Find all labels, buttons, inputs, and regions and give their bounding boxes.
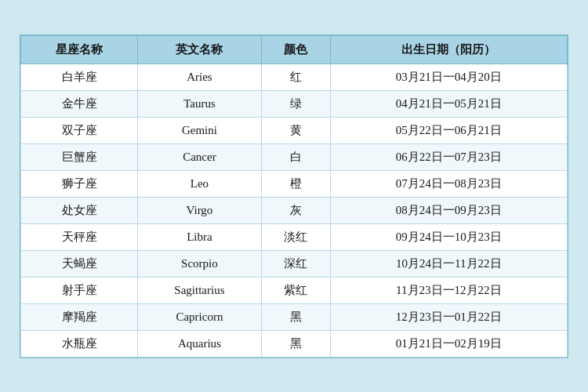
table-cell: Leo bbox=[138, 170, 262, 197]
table-cell: 处女座 bbox=[21, 197, 138, 223]
zodiac-table: 星座名称英文名称颜色出生日期（阳历） 白羊座Aries红03月21日一04月20… bbox=[20, 35, 568, 358]
table-cell: 黑 bbox=[261, 330, 330, 357]
table-cell: 10月24日一11月22日 bbox=[330, 250, 567, 277]
table-header-cell: 星座名称 bbox=[21, 35, 138, 64]
table-cell: 橙 bbox=[261, 170, 330, 197]
table-cell: Sagittarius bbox=[138, 277, 262, 303]
table-cell: 04月21日一05月21日 bbox=[330, 90, 567, 117]
zodiac-table-container: 星座名称英文名称颜色出生日期（阳历） 白羊座Aries红03月21日一04月20… bbox=[20, 34, 568, 358]
table-cell: Gemini bbox=[138, 117, 262, 143]
table-cell: 黄 bbox=[261, 117, 330, 143]
table-cell: 紫红 bbox=[261, 277, 330, 303]
table-cell: 11月23日一12月22日 bbox=[330, 277, 567, 303]
table-cell: 12月23日一01月22日 bbox=[330, 303, 567, 330]
table-row: 摩羯座Capricorn黑12月23日一01月22日 bbox=[21, 303, 568, 330]
table-cell: 03月21日一04月20日 bbox=[330, 64, 567, 90]
table-row: 天蝎座Scorpio深红10月24日一11月22日 bbox=[21, 250, 568, 277]
table-header-row: 星座名称英文名称颜色出生日期（阳历） bbox=[21, 35, 568, 64]
table-cell: 双子座 bbox=[21, 117, 138, 143]
table-cell: 深红 bbox=[261, 250, 330, 277]
table-body: 白羊座Aries红03月21日一04月20日金牛座Taurus绿04月21日一0… bbox=[21, 64, 568, 357]
table-cell: 水瓶座 bbox=[21, 330, 138, 357]
table-cell: 射手座 bbox=[21, 277, 138, 303]
table-cell: 黑 bbox=[261, 303, 330, 330]
table-header-cell: 颜色 bbox=[261, 35, 330, 64]
table-cell: 白 bbox=[261, 143, 330, 170]
table-cell: 天秤座 bbox=[21, 223, 138, 250]
table-cell: 天蝎座 bbox=[21, 250, 138, 277]
table-cell: Capricorn bbox=[138, 303, 262, 330]
table-cell: Taurus bbox=[138, 90, 262, 117]
table-cell: 07月24日一08月23日 bbox=[330, 170, 567, 197]
table-row: 水瓶座Aquarius黑01月21日一02月19日 bbox=[21, 330, 568, 357]
table-cell: 金牛座 bbox=[21, 90, 138, 117]
table-cell: 灰 bbox=[261, 197, 330, 223]
table-cell: 淡红 bbox=[261, 223, 330, 250]
table-cell: 巨蟹座 bbox=[21, 143, 138, 170]
table-cell: 09月24日一10月23日 bbox=[330, 223, 567, 250]
table-cell: Virgo bbox=[138, 197, 262, 223]
table-row: 处女座Virgo灰08月24日一09月23日 bbox=[21, 197, 568, 223]
table-cell: 摩羯座 bbox=[21, 303, 138, 330]
table-cell: 红 bbox=[261, 64, 330, 90]
table-row: 天秤座Libra淡红09月24日一10月23日 bbox=[21, 223, 568, 250]
table-cell: Scorpio bbox=[138, 250, 262, 277]
table-cell: 01月21日一02月19日 bbox=[330, 330, 567, 357]
table-row: 双子座Gemini黄05月22日一06月21日 bbox=[21, 117, 568, 143]
table-header-cell: 英文名称 bbox=[138, 35, 262, 64]
table-cell: Aries bbox=[138, 64, 262, 90]
table-row: 狮子座Leo橙07月24日一08月23日 bbox=[21, 170, 568, 197]
table-row: 金牛座Taurus绿04月21日一05月21日 bbox=[21, 90, 568, 117]
table-row: 白羊座Aries红03月21日一04月20日 bbox=[21, 64, 568, 90]
table-cell: 狮子座 bbox=[21, 170, 138, 197]
table-row: 射手座Sagittarius紫红11月23日一12月22日 bbox=[21, 277, 568, 303]
table-cell: 06月22日一07月23日 bbox=[330, 143, 567, 170]
table-cell: 05月22日一06月21日 bbox=[330, 117, 567, 143]
table-row: 巨蟹座Cancer白06月22日一07月23日 bbox=[21, 143, 568, 170]
table-cell: Libra bbox=[138, 223, 262, 250]
table-cell: 绿 bbox=[261, 90, 330, 117]
table-cell: Aquarius bbox=[138, 330, 262, 357]
table-cell: 08月24日一09月23日 bbox=[330, 197, 567, 223]
table-header-cell: 出生日期（阳历） bbox=[330, 35, 567, 64]
table-cell: Cancer bbox=[138, 143, 262, 170]
table-cell: 白羊座 bbox=[21, 64, 138, 90]
